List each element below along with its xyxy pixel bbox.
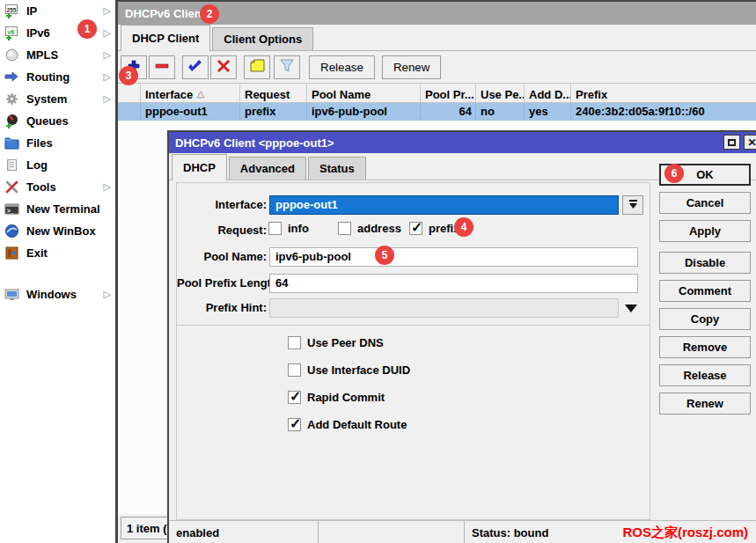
interface-dropdown-button[interactable] <box>622 195 643 215</box>
dhcpv6-client-dialog: DHCPv6 Client <pppoe-out1> ✕ DHCP Advanc… <box>167 130 756 543</box>
remove-button[interactable] <box>149 55 175 79</box>
status-enabled: enabled <box>169 521 319 543</box>
request-info-checkbox[interactable] <box>268 222 282 235</box>
comment-button[interactable] <box>244 55 270 79</box>
cell-request: prefix <box>240 103 307 121</box>
enable-button[interactable] <box>182 55 209 79</box>
column-request[interactable]: Request <box>240 84 307 102</box>
renew-button[interactable]: Renew <box>659 393 751 415</box>
sidebar-item-label: Files <box>26 136 53 150</box>
annotation-badge-5: 5 <box>375 246 394 265</box>
cell-prefix: 240e:3b2:d05a:9f10::/60 <box>571 103 756 121</box>
use-interface-duid-option: Use Interface DUID <box>288 363 410 377</box>
apply-button[interactable]: Apply <box>659 220 751 242</box>
use-interface-duid-checkbox[interactable] <box>288 363 301 377</box>
sort-asc-icon <box>196 88 205 101</box>
rapid-commit-checkbox[interactable] <box>288 391 301 404</box>
status-bound-segment: Status: bound ROS之家(roszj.com) <box>465 521 756 543</box>
filter-button[interactable] <box>274 55 300 79</box>
tab-dhcp[interactable]: DHCP <box>172 154 227 180</box>
sidebar-item-new-terminal[interactable]: >_ New Terminal ▷ <box>0 198 115 220</box>
submenu-arrow-icon: ▷ <box>104 49 111 61</box>
sidebar: 255 IP ▷ v6 IPv6 ▷ MPLS ▷ Routing ▷ Syst… <box>0 0 115 543</box>
tab-advanced[interactable]: Advanced <box>229 157 306 180</box>
tab-dhcp-client[interactable]: DHCP Client <box>121 25 210 51</box>
queues-icon <box>4 114 19 128</box>
annotation-badge-6: 6 <box>664 164 684 183</box>
table-header-row: Interface Request Pool Name Pool Pr... U… <box>118 84 756 103</box>
request-address-checkbox[interactable] <box>338 222 351 235</box>
tab-client-options[interactable]: Client Options <box>212 27 313 50</box>
files-icon <box>4 136 19 150</box>
sidebar-item-log[interactable]: Log ▷ <box>0 154 115 176</box>
sidebar-item-system[interactable]: System ▷ <box>0 88 115 110</box>
use-peer-dns-checkbox[interactable] <box>288 336 301 349</box>
submenu-arrow-icon: ▷ <box>104 93 111 105</box>
enable-check-icon <box>187 59 203 76</box>
exit-icon <box>4 246 19 260</box>
disable-cross-icon <box>217 59 231 76</box>
renew-button[interactable]: Renew <box>382 55 442 79</box>
sidebar-item-new-winbox[interactable]: New WinBox ▷ <box>0 220 115 242</box>
cell-pool-name: ipv6-pub-pool <box>307 103 421 121</box>
release-button[interactable]: Release <box>309 55 375 79</box>
column-interface[interactable]: Interface <box>141 84 240 102</box>
interface-field[interactable]: pppoe-out1 <box>269 195 619 215</box>
request-prefix-checkbox[interactable] <box>409 222 422 235</box>
column-pool-name[interactable]: Pool Name <box>307 84 421 102</box>
column-pool-prefix-length[interactable]: Pool Pr... <box>421 84 476 102</box>
disable-button[interactable] <box>210 55 237 79</box>
status-bound: Status: bound <box>472 526 548 539</box>
annotation-badge-2: 2 <box>200 4 219 24</box>
status-middle <box>319 521 465 543</box>
pool-name-label: Pool Name: <box>177 250 267 263</box>
prefix-hint-field[interactable] <box>269 298 619 318</box>
request-info-option: info <box>268 222 309 235</box>
column-flags[interactable] <box>118 84 141 102</box>
sidebar-item-ip[interactable]: 255 IP ▷ <box>0 0 115 22</box>
submenu-arrow-icon: ▷ <box>104 27 111 39</box>
cancel-button[interactable]: Cancel <box>659 192 751 214</box>
request-info-label: info <box>288 222 309 235</box>
column-prefix[interactable]: Prefix <box>571 84 756 102</box>
prefix-hint-dropdown-icon[interactable] <box>625 305 637 312</box>
pool-prefix-length-field[interactable]: 64 <box>269 274 638 293</box>
maximize-button[interactable] <box>723 135 740 150</box>
request-prefix-option: prefix <box>409 222 459 235</box>
sidebar-item-tools[interactable]: Tools ▷ <box>0 176 115 198</box>
sidebar-item-windows[interactable]: Windows ▷ <box>0 283 115 305</box>
sidebar-item-mpls[interactable]: MPLS ▷ <box>0 44 115 66</box>
release-button[interactable]: Release <box>659 364 751 386</box>
add-default-route-label: Add Default Route <box>307 418 407 431</box>
column-add-default-route[interactable]: Add D... <box>525 84 571 102</box>
interface-label: Interface: <box>177 198 267 211</box>
tab-status[interactable]: Status <box>308 157 366 180</box>
sidebar-item-files[interactable]: Files ▷ <box>0 132 115 154</box>
sidebar-item-label: Queues <box>26 114 69 128</box>
sidebar-item-label: IPv6 <box>26 26 50 40</box>
comment-button[interactable]: Comment <box>659 280 751 302</box>
disable-button[interactable]: Disable <box>659 252 751 274</box>
remove-button[interactable]: Remove <box>659 336 751 358</box>
add-default-route-checkbox[interactable] <box>288 418 301 431</box>
add-default-route-option: Add Default Route <box>288 418 407 431</box>
main-window-title: DHCPv6 Client <box>125 7 205 20</box>
winbox-icon <box>4 224 19 238</box>
tools-icon <box>4 180 19 194</box>
sidebar-item-queues[interactable]: Queues ▷ <box>0 110 115 132</box>
mpls-icon <box>4 48 19 62</box>
main-toolbar: Release Renew <box>118 51 756 83</box>
terminal-icon: >_ <box>4 202 19 216</box>
table-row-pppoe-out1[interactable]: pppoe-out1 prefix ipv6-pub-pool 64 no ye… <box>118 103 756 121</box>
sidebar-item-routing[interactable]: Routing ▷ <box>0 66 115 88</box>
sidebar-item-ipv6[interactable]: v6 IPv6 ▷ <box>0 22 115 44</box>
column-use-peer-dns[interactable]: Use Pe... <box>476 84 525 102</box>
copy-button[interactable]: Copy <box>659 308 751 330</box>
close-icon[interactable]: ✕ <box>744 135 756 150</box>
sidebar-item-exit[interactable]: Exit ▷ <box>0 242 115 264</box>
dialog-titlebar: DHCPv6 Client <pppoe-out1> ✕ <box>169 132 756 153</box>
dialog-title: DHCPv6 Client <pppoe-out1> <box>175 136 334 150</box>
rapid-commit-label: Rapid Commit <box>307 391 385 404</box>
pool-name-field[interactable]: ipv6-pub-pool <box>269 247 638 267</box>
form-separator <box>177 325 650 326</box>
